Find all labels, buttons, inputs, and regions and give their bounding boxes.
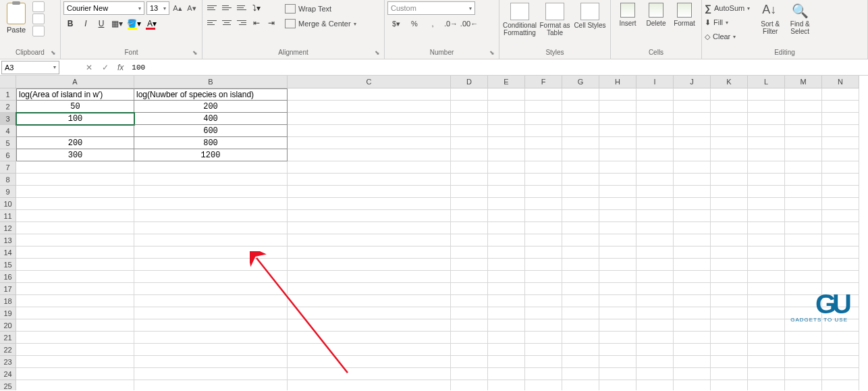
cell-B20[interactable] — [134, 319, 288, 332]
cell-L18[interactable] — [748, 295, 785, 307]
cell-L19[interactable] — [748, 307, 785, 319]
cell-L15[interactable] — [748, 259, 785, 271]
cell-A7[interactable] — [16, 161, 134, 174]
cell-J23[interactable] — [674, 356, 711, 368]
border-button[interactable]: ▦▾ — [110, 17, 124, 30]
cell-N22[interactable] — [822, 344, 859, 356]
cell-A8[interactable] — [16, 174, 134, 186]
cell-B16[interactable] — [134, 271, 288, 283]
cell-G20[interactable] — [562, 319, 599, 332]
cell-K22[interactable] — [711, 344, 748, 356]
cell-G19[interactable] — [562, 307, 599, 319]
cell-L9[interactable] — [748, 186, 785, 198]
cell-H12[interactable] — [599, 222, 636, 234]
cell-B23[interactable] — [134, 356, 288, 368]
cell-K16[interactable] — [711, 271, 748, 283]
cell-B12[interactable] — [134, 222, 288, 234]
cell-H18[interactable] — [599, 295, 636, 307]
cell-I8[interactable] — [636, 174, 674, 186]
cell-D4[interactable] — [451, 125, 488, 137]
cell-C24[interactable] — [288, 368, 451, 380]
format-button[interactable]: Format — [670, 1, 699, 28]
cell-E17[interactable] — [488, 283, 525, 295]
cell-F5[interactable] — [525, 137, 562, 149]
cell-H14[interactable] — [599, 246, 636, 259]
cell-H19[interactable] — [599, 307, 636, 319]
cell-J18[interactable] — [674, 295, 711, 307]
cell-L2[interactable] — [748, 101, 785, 113]
row-header-22[interactable]: 22 — [0, 344, 16, 356]
cell-K7[interactable] — [711, 161, 748, 174]
cell-K15[interactable] — [711, 259, 748, 271]
cell-E13[interactable] — [488, 234, 525, 246]
format-painter-icon[interactable] — [32, 26, 45, 36]
cut-icon[interactable] — [32, 1, 45, 12]
cell-M8[interactable] — [785, 174, 822, 186]
cell-N2[interactable] — [822, 101, 859, 113]
cell-J15[interactable] — [674, 259, 711, 271]
cell-B17[interactable] — [134, 283, 288, 295]
cell-N3[interactable] — [822, 113, 859, 125]
cell-F4[interactable] — [525, 125, 562, 137]
cell-N25[interactable] — [822, 380, 859, 390]
cell-K4[interactable] — [711, 125, 748, 137]
cell-D16[interactable] — [451, 271, 488, 283]
cell-N5[interactable] — [822, 137, 859, 149]
cell-A5[interactable]: 200 — [16, 137, 134, 149]
sort-filter-button[interactable]: A↓ Sort & Filter — [755, 1, 785, 36]
row-header-20[interactable]: 20 — [0, 319, 16, 332]
fx-icon[interactable]: fx — [117, 63, 124, 72]
cell-H21[interactable] — [599, 332, 636, 344]
cell-F22[interactable] — [525, 344, 562, 356]
column-header-E[interactable]: E — [488, 76, 525, 88]
cell-J14[interactable] — [674, 246, 711, 259]
cell-E4[interactable] — [488, 125, 525, 137]
font-name-combo[interactable]: Courier New ▾ — [63, 1, 144, 15]
cell-C1[interactable] — [288, 88, 451, 101]
cell-M9[interactable] — [785, 186, 822, 198]
cell-M21[interactable] — [785, 332, 822, 344]
cell-H8[interactable] — [599, 174, 636, 186]
cell-G4[interactable] — [562, 125, 599, 137]
cell-A18[interactable] — [16, 295, 134, 307]
cell-N8[interactable] — [822, 174, 859, 186]
cell-M7[interactable] — [785, 161, 822, 174]
cell-M12[interactable] — [785, 222, 822, 234]
cell-C7[interactable] — [288, 161, 451, 174]
cell-I10[interactable] — [636, 198, 674, 210]
cell-F3[interactable] — [525, 113, 562, 125]
column-header-N[interactable]: N — [822, 76, 859, 88]
cell-M15[interactable] — [785, 259, 822, 271]
cell-H10[interactable] — [599, 198, 636, 210]
cell-I19[interactable] — [636, 307, 674, 319]
cell-A9[interactable] — [16, 186, 134, 198]
cell-J7[interactable] — [674, 161, 711, 174]
cell-B18[interactable] — [134, 295, 288, 307]
cell-D24[interactable] — [451, 368, 488, 380]
cell-E21[interactable] — [488, 332, 525, 344]
cell-N13[interactable] — [822, 234, 859, 246]
enter-formula-button[interactable]: ✓ — [97, 61, 113, 74]
cell-G3[interactable] — [562, 113, 599, 125]
cell-A21[interactable] — [16, 332, 134, 344]
paste-button[interactable]: Paste — [3, 1, 30, 35]
cell-J3[interactable] — [674, 113, 711, 125]
cell-C15[interactable] — [288, 259, 451, 271]
cell-F25[interactable] — [525, 380, 562, 390]
clipboard-dialog-launcher[interactable]: ⬊ — [51, 49, 59, 57]
row-header-23[interactable]: 23 — [0, 356, 16, 368]
cell-J21[interactable] — [674, 332, 711, 344]
cell-G9[interactable] — [562, 186, 599, 198]
cell-L7[interactable] — [748, 161, 785, 174]
cell-D12[interactable] — [451, 222, 488, 234]
row-header-10[interactable]: 10 — [0, 198, 16, 210]
cell-I14[interactable] — [636, 246, 674, 259]
cell-G16[interactable] — [562, 271, 599, 283]
cell-K8[interactable] — [711, 174, 748, 186]
cell-C13[interactable] — [288, 234, 451, 246]
cell-E18[interactable] — [488, 295, 525, 307]
conditional-formatting-button[interactable]: Conditional Formatting — [502, 1, 537, 38]
cell-I23[interactable] — [636, 356, 674, 368]
cell-D1[interactable] — [451, 88, 488, 101]
cell-B3[interactable]: 400 — [134, 113, 288, 125]
